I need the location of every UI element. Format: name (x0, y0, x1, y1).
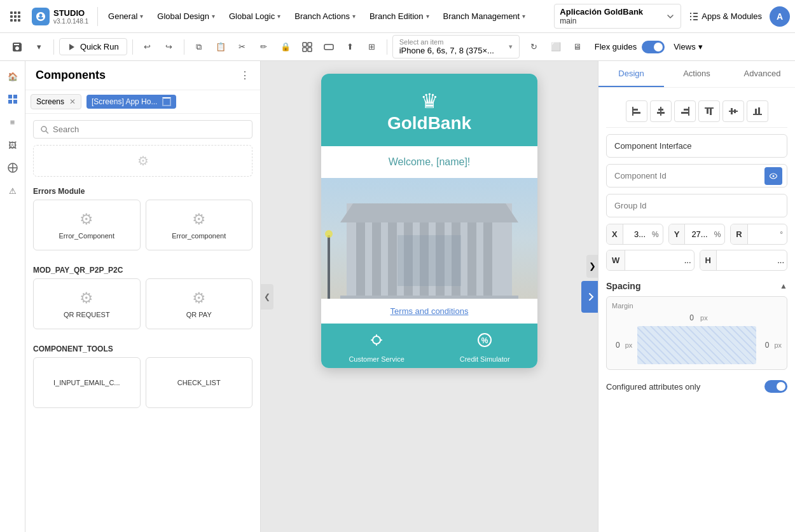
cut-button[interactable]: ✂ (233, 38, 252, 57)
desktop-view-button[interactable]: 🖥 (568, 38, 587, 57)
component-id-input[interactable] (606, 164, 787, 188)
toolbar-sep-2 (132, 39, 133, 55)
spacing-chevron: ▲ (780, 282, 787, 290)
edit-button[interactable]: ✏ (254, 38, 273, 57)
search-input[interactable] (53, 125, 245, 134)
input-email-card[interactable]: I_INPUT_EMAIL_C... (33, 357, 141, 408)
canvas-area: ❮ ♛ GoldBank Welcome, [name]! (261, 61, 598, 532)
w-field: W ... (606, 250, 695, 271)
right-panel-content: X 3... % Y 27... % R ° W (598, 88, 795, 532)
puzzle-icon-4: ⚙ (192, 289, 206, 307)
flex-guides-toggle: Flex guides (595, 41, 665, 53)
undo-button[interactable]: ↩ (138, 38, 157, 57)
branch-actions-menu[interactable]: Branch Actions ▾ (288, 8, 362, 25)
terms-link[interactable]: Terms and conditions (321, 299, 537, 324)
configured-attrs-toggle[interactable] (764, 380, 787, 393)
r-value[interactable] (748, 229, 776, 240)
svg-rect-2 (18, 11, 20, 14)
screen-tab[interactable]: Screens ✕ (31, 94, 81, 109)
svg-rect-40 (660, 107, 661, 116)
data-icon[interactable] (3, 158, 23, 178)
svg-rect-8 (18, 19, 20, 22)
customer-service-nav-item[interactable]: Customer Service (349, 331, 404, 363)
design-tab[interactable]: Design (598, 61, 664, 87)
lock-button[interactable]: 🔒 (276, 38, 295, 57)
component-tools-grid: I_INPUT_EMAIL_C... CHECK_LIST (33, 357, 252, 408)
apps-modules-button[interactable]: Apps & Modules (682, 8, 768, 25)
group-button[interactable] (298, 38, 317, 57)
margin-right-value[interactable]: 0 (761, 339, 773, 351)
spacing-title: Spacing (606, 281, 640, 291)
grid-view-button[interactable]: ⊞ (363, 38, 382, 57)
credit-simulator-icon: % (476, 331, 494, 353)
close-tab-icon[interactable]: ✕ (69, 97, 76, 106)
blue-side-button[interactable] (581, 281, 598, 313)
branch-edition-menu[interactable]: Branch Edition ▾ (363, 8, 436, 25)
user-avatar[interactable]: A (770, 6, 790, 27)
collapse-panel-button[interactable]: ❮ (261, 284, 273, 310)
y-value[interactable]: 27... (685, 224, 710, 244)
global-design-menu[interactable]: Global Design ▾ (151, 8, 221, 25)
align-center-h-button[interactable] (650, 100, 672, 122)
error-component-card-1[interactable]: ⚙ Error_Component (33, 200, 141, 250)
name-input[interactable] (606, 134, 787, 158)
svg-rect-13 (324, 44, 333, 50)
import-button[interactable]: ⬆ (341, 38, 360, 57)
component-button[interactable] (319, 38, 338, 57)
margin-left-value[interactable]: 0 (612, 339, 624, 351)
play-icon (67, 43, 76, 51)
advanced-tab[interactable]: Advanced (729, 61, 795, 87)
redo-button[interactable]: ↪ (160, 38, 179, 57)
w-value[interactable]: ... (625, 250, 693, 270)
align-right-button[interactable] (674, 100, 696, 122)
empty-card-icon: ⚙ (137, 153, 149, 168)
error-component-card-2[interactable]: ⚙ Error_component (146, 200, 253, 250)
home-icon[interactable]: 🏠 (3, 66, 23, 86)
check-list-card[interactable]: CHECK_LIST (146, 357, 253, 408)
component-id-eye-button[interactable] (764, 167, 782, 185)
general-menu[interactable]: General ▾ (102, 8, 149, 25)
assets-icon[interactable]: 🖼 (3, 135, 23, 155)
credit-simulator-nav-item[interactable]: % Credit Simulator (460, 331, 510, 363)
paste-button[interactable]: 📋 (211, 38, 230, 57)
svg-rect-4 (14, 15, 17, 18)
align-bottom-button[interactable] (747, 100, 768, 122)
views-button[interactable]: Views ▾ (667, 39, 709, 55)
qr-request-card[interactable]: ⚙ QR REQUEST (33, 278, 141, 329)
alert-icon[interactable]: ⚠ (3, 181, 23, 201)
svg-point-30 (325, 230, 333, 238)
quick-run-button[interactable]: Quick Run (59, 38, 127, 55)
align-middle-button[interactable] (722, 100, 744, 122)
save-button[interactable] (8, 38, 27, 57)
group-id-input[interactable] (606, 194, 787, 217)
components-icon[interactable] (3, 89, 23, 109)
margin-top-value[interactable]: 0 (686, 312, 698, 324)
actions-tab[interactable]: Actions (664, 61, 729, 87)
svg-rect-43 (688, 107, 689, 116)
copy-button[interactable]: ⧉ (190, 38, 209, 57)
margin-top-unit: px (700, 314, 708, 322)
h-value[interactable]: ... (717, 250, 787, 270)
qr-pay-card[interactable]: ⚙ QR PAY (146, 278, 253, 329)
save-dropdown-button[interactable]: ▾ (29, 38, 48, 57)
app-home-tab[interactable]: [Screens] App Ho... (86, 95, 176, 109)
tablet-view-button[interactable]: ⬜ (546, 38, 565, 57)
grid-menu-button[interactable] (5, 6, 25, 27)
building-image (321, 178, 537, 299)
align-left-button[interactable] (626, 100, 647, 122)
spacing-section-header[interactable]: Spacing ▲ (606, 276, 787, 296)
x-value[interactable]: 3... (623, 224, 648, 244)
branch-management-menu[interactable]: Branch Management ▾ (437, 8, 532, 25)
components-menu-button[interactable]: ⋮ (240, 69, 250, 81)
puzzle-icon-2: ⚙ (192, 210, 206, 228)
align-top-button[interactable] (698, 100, 720, 122)
qr-pay-label: QR PAY (186, 311, 212, 318)
flex-guides-switch[interactable] (642, 41, 665, 53)
app-selector[interactable]: Aplicación GoldBank main (554, 4, 681, 29)
refresh-button[interactable]: ↻ (525, 38, 544, 57)
device-selector[interactable]: Select an item iPhone 6, 6s, 7, 8 (375×.… (392, 35, 520, 58)
svg-marker-27 (340, 203, 518, 222)
components-panel: Components ⋮ Screens ✕ [Screens] App Ho.… (25, 61, 261, 532)
layers-icon[interactable]: ≡ (3, 112, 23, 132)
global-logic-menu[interactable]: Global Logic ▾ (223, 8, 287, 25)
